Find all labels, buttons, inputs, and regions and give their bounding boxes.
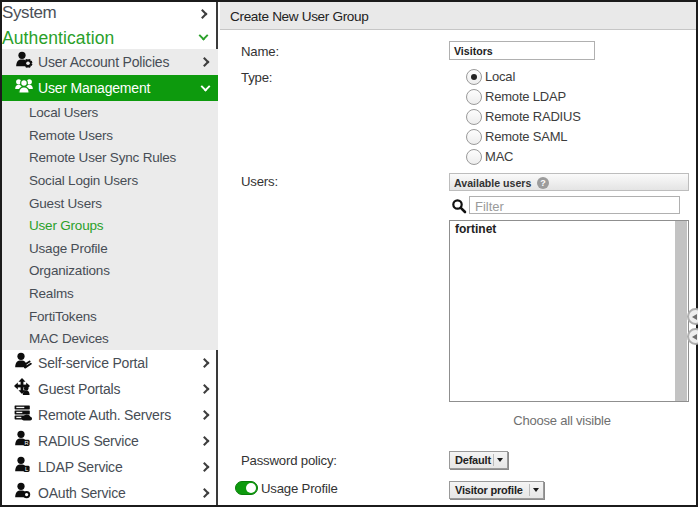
svg-text:R: R <box>24 440 28 446</box>
svg-text:L: L <box>25 466 28 472</box>
